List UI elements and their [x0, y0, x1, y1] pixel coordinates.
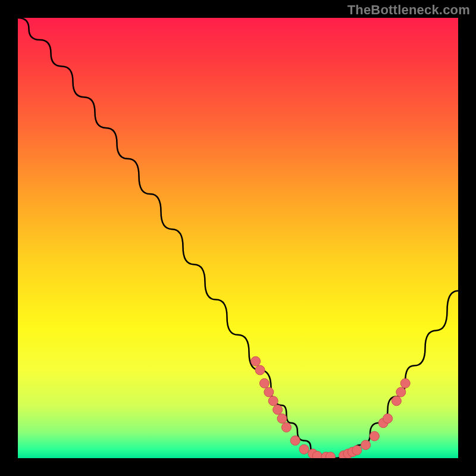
- point-c: [259, 378, 269, 388]
- point-j: [299, 444, 309, 454]
- point-w: [392, 396, 401, 406]
- point-e: [268, 396, 278, 406]
- point-s: [361, 440, 371, 450]
- bottleneck-curve: [18, 18, 458, 458]
- point-b: [255, 365, 265, 375]
- point-r: [352, 446, 362, 455]
- point-f: [273, 405, 283, 415]
- watermark-text: TheBottleneck.com: [347, 2, 470, 18]
- chart-svg: [18, 18, 458, 458]
- point-x: [396, 387, 406, 397]
- point-l: [312, 451, 322, 458]
- point-y: [400, 378, 410, 388]
- point-i: [290, 436, 300, 445]
- chart-markers: [251, 356, 411, 458]
- point-t: [369, 431, 379, 441]
- point-g: [277, 414, 287, 423]
- chart-area: [18, 18, 458, 458]
- point-v: [383, 414, 393, 423]
- point-a: [251, 356, 261, 366]
- point-h: [281, 422, 291, 432]
- point-d: [264, 387, 274, 397]
